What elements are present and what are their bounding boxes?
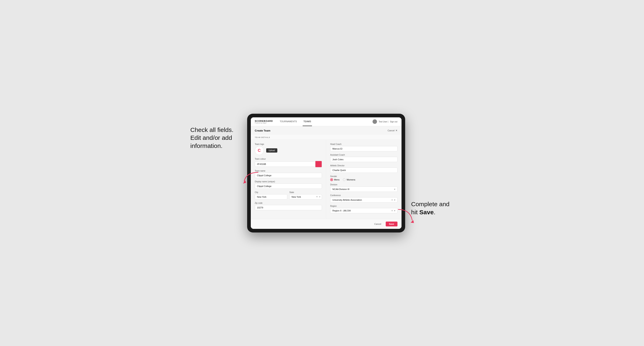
display-name-group: Display name (unique) [255, 180, 322, 189]
athletic-dir-input[interactable] [330, 168, 398, 173]
form-title: Create Team [255, 129, 270, 132]
brand-title: SCOREBOARD [255, 120, 273, 122]
form-right-column: Head Coach Assistant Coach Athletic Dire… [326, 140, 402, 219]
asst-coach-group: Assistant Coach [330, 154, 398, 162]
conference-group: Conference University Athletic Associati… [330, 194, 398, 202]
footer-cancel-button[interactable]: Cancel [372, 222, 384, 226]
state-group: State New York ✕ ▼ [289, 191, 322, 199]
colour-field-wrapper [255, 161, 322, 167]
tablet-frame: SCOREBOARD Powered by clippd TOURNAMENTS… [247, 114, 405, 232]
form-left-column: Team logo C Upload Team colour [251, 140, 326, 219]
arrow-left-indicator [242, 172, 260, 186]
annotation-line-2: Edit and/or add [190, 134, 241, 142]
asst-coach-label: Assistant Coach [330, 154, 398, 156]
logo-section: C Upload [255, 146, 322, 155]
user-avatar [372, 119, 377, 124]
zip-label: Zip code [255, 202, 322, 204]
annotation-line-1: Check all fields. [190, 126, 241, 134]
annotation-right: Complete and hit Save. [411, 200, 456, 216]
mens-radio-dot [330, 178, 333, 181]
division-select[interactable]: NCAA Division III [330, 186, 398, 192]
city-group: City [255, 191, 288, 199]
city-label: City [255, 191, 288, 193]
division-label: Division [330, 183, 398, 186]
gender-womens-option[interactable]: Womens [343, 178, 355, 181]
footer-cancel-label: Cancel [374, 223, 381, 225]
colour-swatch[interactable] [316, 161, 322, 167]
head-coach-label: Head Coach [330, 143, 398, 145]
footer-save-label: Save [389, 223, 394, 225]
tablet-screen: SCOREBOARD Powered by clippd TOURNAMENTS… [251, 117, 402, 229]
city-input[interactable] [255, 194, 288, 199]
team-name-group: Team name [255, 170, 322, 178]
athletic-dir-group: Athletic Director [330, 165, 398, 173]
region-group: Region Region II - (M) DIII ✕ ▼ [330, 205, 398, 213]
womens-label: Womens [346, 178, 355, 181]
conference-clear-icon[interactable]: ✕ [391, 198, 393, 201]
zip-group: Zip code [255, 202, 322, 210]
logo-circle: C [255, 146, 264, 155]
upload-label: Upload [268, 149, 275, 152]
team-logo-group: Team logo C Upload [255, 143, 322, 155]
conference-dropdown-wrapper: University Athletic Association ✕ ▼ [330, 197, 398, 202]
brand-logo: SCOREBOARD Powered by clippd [255, 120, 273, 124]
state-select-wrapper: New York ✕ ▼ [289, 194, 322, 199]
colour-label: Team colour [255, 158, 322, 160]
user-label: Test User | [378, 121, 388, 123]
display-name-label: Display name (unique) [255, 180, 322, 183]
logo-label: Team logo [255, 143, 322, 145]
gender-label: Gender [330, 175, 398, 177]
nav-teams[interactable]: TEAMS [303, 117, 312, 126]
brand-subtitle: Powered by clippd [255, 122, 273, 124]
cancel-x-icon: ✕ [396, 129, 398, 132]
colour-input[interactable] [255, 162, 316, 167]
team-name-label: Team name [255, 170, 322, 172]
nav-tournaments[interactable]: TOURNAMENTS [279, 117, 298, 126]
gender-group: Gender Mens Womens [330, 175, 398, 181]
team-colour-group: Team colour [255, 158, 322, 167]
nav-links: TOURNAMENTS TEAMS [279, 117, 372, 126]
form-footer: Cancel Save [251, 219, 402, 229]
annotation-left: Check all fields. Edit and/or add inform… [190, 126, 241, 150]
cancel-header-button[interactable]: Cancel ✕ [388, 129, 397, 132]
conference-label: Conference [330, 194, 398, 196]
gender-radio-group: Mens Womens [330, 178, 398, 181]
form-body: Team logo C Upload Team colour [251, 140, 402, 219]
region-select[interactable]: Region II - (M) DIII [330, 208, 398, 213]
region-label: Region [330, 205, 398, 207]
division-dropdown-wrapper: NCAA Division III ▼ [330, 186, 398, 192]
gender-mens-option[interactable]: Mens [330, 178, 340, 181]
footer-save-button[interactable]: Save [386, 222, 398, 226]
region-clear-icon[interactable]: ✕ [391, 209, 393, 212]
svg-marker-0 [243, 180, 246, 183]
upload-button[interactable]: Upload [266, 148, 278, 153]
arrow-right-indicator [396, 208, 414, 225]
svg-marker-1 [411, 220, 414, 223]
form-header: Create Team Cancel ✕ [251, 126, 402, 134]
sign-out-link[interactable]: Sign out [390, 121, 398, 123]
womens-radio-dot [343, 178, 346, 181]
display-name-input[interactable] [255, 183, 322, 189]
state-clear-icon[interactable]: ✕ [316, 195, 318, 198]
city-state-row: City State New York ✕ ▼ [255, 191, 322, 202]
navbar: SCOREBOARD Powered by clippd TOURNAMENTS… [251, 117, 402, 126]
section-label: TEAM DETAILS [251, 134, 402, 140]
division-group: Division NCAA Division III ▼ [330, 183, 398, 192]
asst-coach-input[interactable] [330, 157, 398, 162]
head-coach-group: Head Coach [330, 143, 398, 151]
annotation-line-3: information. [190, 142, 241, 150]
head-coach-input[interactable] [330, 146, 398, 151]
mens-label: Mens [334, 178, 340, 181]
athletic-dir-label: Athletic Director [330, 165, 398, 167]
cancel-label: Cancel [388, 129, 394, 132]
annotation-right-text: Complete and hit Save. [411, 200, 456, 216]
logo-letter: C [258, 148, 260, 153]
region-dropdown-wrapper: Region II - (M) DIII ✕ ▼ [330, 208, 398, 213]
team-name-input[interactable] [255, 173, 322, 178]
conference-select[interactable]: University Athletic Association [330, 197, 398, 202]
state-label: State [289, 191, 322, 193]
nav-user: Test User | Sign out [372, 119, 397, 124]
zip-input[interactable] [255, 205, 322, 210]
